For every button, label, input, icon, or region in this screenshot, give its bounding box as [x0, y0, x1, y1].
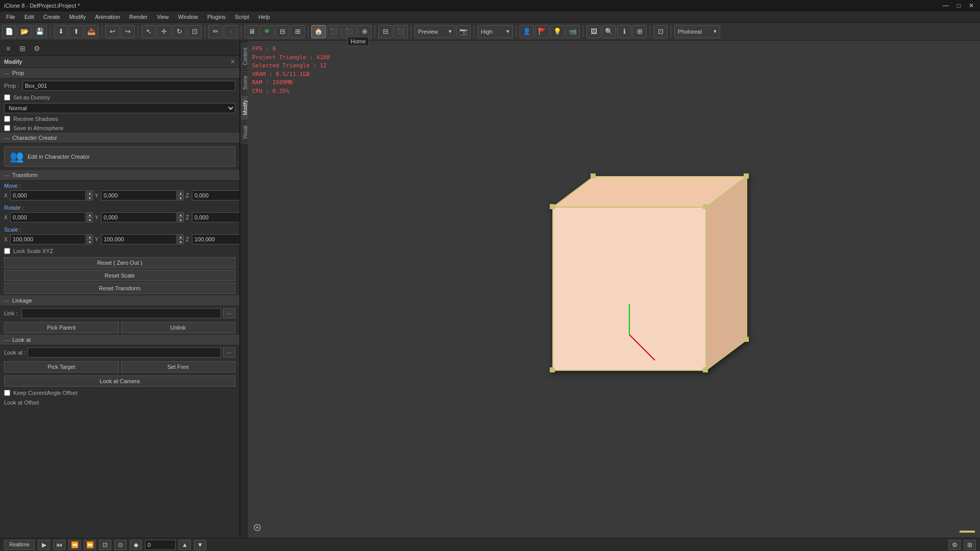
save-atmosphere-checkbox[interactable] — [4, 125, 10, 131]
scale-z-input[interactable] — [192, 234, 239, 244]
menu-animation[interactable]: Animation — [91, 13, 124, 21]
view2-button[interactable]: ⬛ — [394, 25, 408, 38]
link-input[interactable] — [21, 308, 221, 318]
prev-frame-button[interactable]: ⏮ — [53, 540, 65, 550]
maximize-button[interactable]: □ — [955, 2, 963, 9]
export-button[interactable]: ⬆ — [69, 25, 83, 38]
grid-button[interactable]: ⊞ — [632, 25, 647, 38]
rotate-y-down[interactable]: ▼ — [178, 217, 184, 222]
prop-section-header[interactable]: — Prop — [0, 68, 239, 79]
menu-modify[interactable]: Modify — [65, 13, 90, 21]
rotate-z-input[interactable] — [192, 212, 239, 222]
scale-x-input[interactable] — [10, 234, 86, 244]
reset-transform-button[interactable]: Reset Transform — [4, 283, 235, 294]
step-back-button[interactable]: ⏪ — [68, 540, 81, 550]
step-forward-button[interactable]: ⏩ — [84, 540, 96, 550]
scale-y-input[interactable] — [101, 234, 177, 244]
cam1-button[interactable]: ⬛ — [327, 25, 341, 38]
flag-button[interactable]: 🚩 — [535, 25, 549, 38]
move-y-input[interactable] — [101, 190, 177, 201]
snap2-button[interactable]: · — [224, 25, 238, 38]
reset-zero-button[interactable]: Reset ( Zero Out ) — [4, 257, 235, 268]
menu-plugins[interactable]: Plugins — [203, 13, 230, 21]
rotate-x-up[interactable]: ▲ — [87, 212, 93, 217]
move-y-up[interactable]: ▲ — [178, 190, 184, 195]
undo-button[interactable]: ↩ — [105, 25, 119, 38]
eye-button[interactable]: 👁 — [260, 25, 274, 38]
rotate-button[interactable]: ↻ — [172, 25, 186, 38]
info-button[interactable]: ℹ — [617, 25, 631, 38]
scale-y-down[interactable]: ▼ — [178, 239, 184, 244]
content-tab[interactable]: Content — [241, 43, 248, 70]
linkage-section-header[interactable]: — Linkage — [0, 295, 239, 306]
select-button[interactable]: ↖ — [141, 25, 156, 38]
move-x-down[interactable]: ▼ — [87, 195, 93, 201]
settings-button[interactable]: ⚙ — [948, 540, 961, 550]
screen-button[interactable]: 🖥 — [244, 25, 259, 38]
export2-button[interactable]: 📤 — [84, 25, 99, 38]
menu-view[interactable]: View — [153, 13, 173, 21]
move-x-input[interactable] — [10, 190, 86, 201]
scale-y-up[interactable]: ▲ — [178, 234, 184, 239]
unlink-button[interactable]: Unlink — [121, 322, 236, 333]
rotate-x-down[interactable]: ▼ — [87, 217, 93, 222]
look-at-dots-button[interactable]: ··· — [223, 347, 235, 358]
menu-script[interactable]: Script — [231, 13, 253, 21]
cam3-button[interactable]: ⊕ — [357, 25, 372, 38]
look-at-input[interactable] — [28, 347, 221, 358]
move-y-down[interactable]: ▼ — [178, 195, 184, 201]
modify-tab[interactable]: Modify — [241, 95, 248, 119]
scale-button[interactable]: ⊡ — [187, 25, 202, 38]
play-button[interactable]: ▶ — [38, 540, 50, 550]
capture-button[interactable]: ⊡ — [653, 25, 668, 38]
menu-create[interactable]: Create — [39, 13, 64, 21]
close-button[interactable]: ✕ — [967, 2, 976, 9]
rotate-y-up[interactable]: ▲ — [178, 212, 184, 217]
modify-close-button[interactable]: ✕ — [230, 58, 235, 65]
rotate-x-input[interactable] — [10, 212, 86, 222]
normal-dropdown[interactable]: Normal — [4, 103, 235, 113]
pick-target-button[interactable]: Pick Target — [4, 361, 119, 372]
redo-button[interactable]: ↪ — [120, 25, 135, 38]
realtime-button[interactable]: Realtime — [4, 540, 35, 550]
new-button[interactable]: 📄 — [2, 25, 16, 38]
record-button[interactable]: ⊙ — [114, 540, 127, 550]
asset-button[interactable]: 🖼 — [586, 25, 601, 38]
import-button[interactable]: ⬇ — [54, 25, 68, 38]
char-creator-header[interactable]: — Character Creator — [0, 133, 239, 143]
reset-scale-button[interactable]: Reset Scale — [4, 270, 235, 281]
transform-section-header[interactable]: — Transform — [0, 170, 239, 181]
look-at-section-header[interactable]: — Look at — [0, 335, 239, 345]
loop-button[interactable]: ⊡ — [99, 540, 111, 550]
minimize-button[interactable]: — — [941, 2, 951, 9]
prop-name-input[interactable] — [22, 81, 235, 91]
panel-icon-list[interactable]: ≡ — [2, 42, 14, 55]
menu-edit[interactable]: Edit — [20, 13, 38, 21]
lock-scale-checkbox[interactable] — [4, 248, 10, 254]
frame-button[interactable]: ⊟ — [275, 25, 289, 38]
camera-button[interactable]: 📷 — [456, 25, 471, 38]
frame-up-button[interactable]: ▲ — [179, 540, 191, 550]
frame-input[interactable] — [145, 540, 176, 550]
zoom-button[interactable]: 🔍 — [602, 25, 616, 38]
timeline-expand-button[interactable]: ⊞ — [964, 540, 976, 550]
move-button[interactable]: ✛ — [157, 25, 171, 38]
open-button[interactable]: 📂 — [17, 25, 32, 38]
scene-tab[interactable]: Scene — [241, 71, 248, 94]
move-x-up[interactable]: ▲ — [87, 190, 93, 195]
panel-icon-grid[interactable]: ⊞ — [16, 42, 29, 55]
menu-window[interactable]: Window — [174, 13, 202, 21]
look-at-camera-button[interactable]: Look at Camera — [4, 375, 235, 387]
view1-button[interactable]: ⊟ — [378, 25, 393, 38]
menu-file[interactable]: File — [2, 13, 19, 21]
edit-in-cc-button[interactable]: 👥 Edit in Character Creator — [4, 146, 235, 167]
menu-render[interactable]: Render — [125, 13, 152, 21]
set-free-button[interactable]: Set Free — [121, 361, 236, 372]
cam2-button[interactable]: ⬛ — [342, 25, 356, 38]
frame-down-button[interactable]: ▼ — [194, 540, 206, 550]
menu-help[interactable]: Help — [254, 13, 274, 21]
render-dropdown[interactable]: Photoreal ▾ — [674, 25, 720, 38]
avatar-button[interactable]: 👤 — [520, 25, 534, 38]
preview-dropdown[interactable]: Preview ▾ — [414, 25, 455, 38]
move-z-input[interactable] — [192, 190, 239, 201]
